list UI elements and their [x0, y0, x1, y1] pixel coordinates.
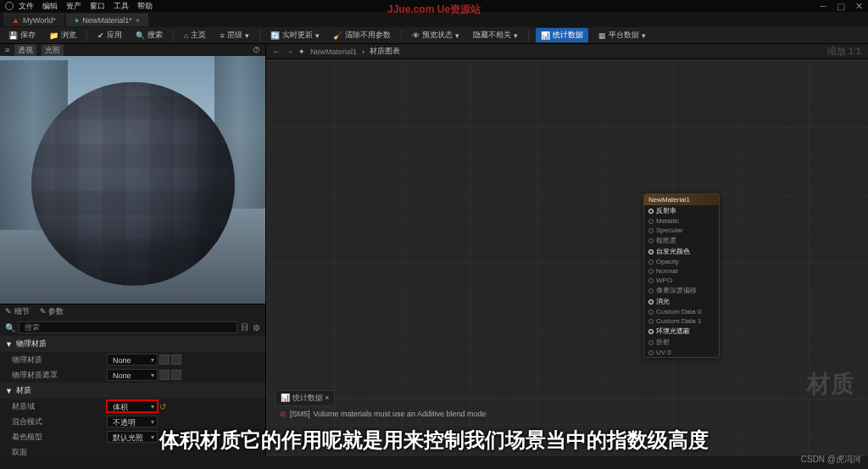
- pin-label: UV 0: [656, 349, 671, 356]
- browse-icon[interactable]: [159, 370, 170, 380]
- section-physical-material[interactable]: ▼ 物理材质: [0, 336, 265, 352]
- maximize-icon[interactable]: ▢: [837, 1, 845, 12]
- node-pin[interactable]: Custom Data 0: [644, 307, 719, 316]
- pin-icon: [648, 269, 654, 274]
- apply-button[interactable]: ✔ 应用: [94, 28, 125, 42]
- reset-icon[interactable]: ↺: [159, 402, 166, 411]
- crumb-root[interactable]: NewMaterial1: [310, 47, 357, 56]
- pin-icon: [648, 329, 654, 334]
- prop-label: 物理材质遮罩: [5, 370, 107, 381]
- prop-label: 物理材质: [5, 355, 107, 366]
- use-icon[interactable]: [171, 355, 181, 365]
- platform-button[interactable]: ▦ 平台数据 ▾: [595, 28, 649, 42]
- pin-icon: [648, 249, 654, 254]
- save-button[interactable]: 💾 保存: [5, 28, 39, 42]
- ue-logo-icon: [5, 2, 14, 10]
- material-output-node[interactable]: NewMaterial1 反射率MetallicSpecular粗糙度自发光颜色…: [643, 193, 720, 358]
- tab-myworld[interactable]: ▲ MyWorld*: [3, 14, 64, 26]
- node-pin[interactable]: UV 0: [644, 348, 719, 357]
- prop-label: 混合模式: [5, 416, 107, 427]
- tab-label: NewMaterial1*: [82, 16, 132, 25]
- pin-label: Custom Data 1: [656, 317, 701, 325]
- node-pin[interactable]: Specular: [644, 226, 719, 235]
- live-update-button[interactable]: 🔄 实时更新 ▾: [267, 28, 323, 42]
- prop-row: 物理材质 None: [0, 352, 265, 367]
- pin-icon: [648, 310, 654, 315]
- browse-button[interactable]: 📁 浏览: [46, 28, 80, 42]
- main-menu: 文件 编辑 资产 窗口 工具 帮助: [19, 1, 153, 12]
- filter-icon[interactable]: 目: [241, 321, 249, 333]
- graph-breadcrumb: ← → ✦ NewMaterial1 › 材质图表 缩放 1:1: [266, 44, 868, 59]
- viewport-toolbar: ≡ 透视 光照 ⏱: [0, 44, 265, 56]
- menu-help[interactable]: 帮助: [137, 1, 153, 12]
- pin-label: Normal: [656, 267, 678, 275]
- stats-title[interactable]: 📊 统计数据 ×: [275, 390, 335, 406]
- menu-file[interactable]: 文件: [19, 1, 34, 12]
- viewport-options-icon[interactable]: ≡: [5, 46, 9, 54]
- menu-tools[interactable]: 工具: [114, 1, 129, 12]
- search-button[interactable]: 🔍 搜索: [132, 28, 166, 42]
- panel-tabs: ✎ 细节 ✎ 参数: [0, 304, 265, 319]
- pin-label: 消光: [656, 297, 670, 306]
- material-preview-viewport[interactable]: [0, 56, 265, 304]
- pin-icon: [648, 260, 654, 265]
- stats-button[interactable]: 📊 统计数据: [536, 28, 588, 42]
- hide-button[interactable]: 隐藏不相关 ▾: [470, 28, 521, 42]
- lit-dropdown[interactable]: 光照: [42, 44, 64, 57]
- home-button[interactable]: ⌂ 主页: [181, 28, 209, 42]
- prop-row: 材质域 体积 ↺: [0, 399, 265, 414]
- error-icon: ⊘: [280, 410, 287, 418]
- menu-edit[interactable]: 编辑: [42, 1, 58, 12]
- node-pin[interactable]: Custom Data 1: [644, 316, 719, 326]
- minimize-icon[interactable]: ─: [820, 1, 826, 12]
- node-pin[interactable]: 自发光颜色: [644, 246, 719, 257]
- pin-icon: [648, 288, 654, 293]
- pin-label: 粗糙度: [656, 236, 676, 245]
- tab-close-icon[interactable]: ×: [136, 16, 140, 25]
- node-pin[interactable]: Normal: [644, 266, 719, 276]
- pin-label: 反射率: [656, 206, 676, 215]
- menu-asset[interactable]: 资产: [66, 1, 81, 12]
- close-icon[interactable]: ✕: [855, 1, 863, 12]
- node-pin[interactable]: 粗糙度: [644, 235, 719, 246]
- node-pin[interactable]: Opacity: [644, 257, 719, 266]
- section-material[interactable]: ▼ 材质: [0, 382, 265, 399]
- tab-details[interactable]: ✎ 细节: [5, 306, 30, 317]
- level-icon: ▲: [12, 16, 19, 25]
- search-input[interactable]: [19, 321, 237, 333]
- nav-fwd-icon[interactable]: →: [286, 47, 293, 56]
- stats-message: ⊘ [SM5] Volume materials must use an Add…: [275, 406, 860, 422]
- node-pin[interactable]: 环境光遮蔽: [644, 326, 719, 337]
- pin-label: 像素深度偏移: [656, 286, 697, 295]
- physmat-dropdown[interactable]: None: [107, 354, 158, 366]
- node-pin[interactable]: 折射: [644, 337, 719, 348]
- clean-button[interactable]: 🧹 清除不用参数: [330, 28, 394, 42]
- node-pin[interactable]: 消光: [644, 296, 719, 307]
- node-pin[interactable]: Metallic: [644, 216, 719, 226]
- nav-back-icon[interactable]: ←: [273, 47, 281, 56]
- hierarchy-button[interactable]: ≡ 层级 ▾: [216, 28, 252, 42]
- physmat-mask-dropdown[interactable]: None: [107, 369, 158, 381]
- show-icon[interactable]: ⏱: [253, 46, 260, 54]
- search-row: 🔍 目 ⚙: [0, 319, 265, 336]
- crumb-leaf[interactable]: 材质图表: [370, 46, 400, 57]
- node-pin[interactable]: 像素深度偏移: [644, 285, 719, 296]
- pin-icon: [648, 319, 654, 324]
- menu-window[interactable]: 窗口: [90, 1, 105, 12]
- browse-icon[interactable]: [159, 355, 170, 365]
- node-pin[interactable]: WPO: [644, 276, 719, 285]
- use-icon[interactable]: [171, 370, 181, 380]
- perspective-dropdown[interactable]: 透视: [14, 44, 36, 57]
- settings-icon[interactable]: ⚙: [253, 323, 260, 332]
- pin-icon: [648, 238, 654, 243]
- preview-button[interactable]: 👁 预览状态 ▾: [409, 28, 463, 42]
- blend-mode-dropdown[interactable]: 不透明: [107, 416, 158, 427]
- node-pin[interactable]: 反射率: [644, 205, 719, 216]
- pin-icon: [648, 299, 654, 304]
- pin-label: 自发光颜色: [656, 247, 690, 256]
- main-toolbar: 💾 保存 📁 浏览 ✔ 应用 🔍 搜索 ⌂ 主页 ≡ 层级 ▾ 🔄 实时更新 ▾…: [0, 27, 868, 44]
- window-buttons: ─ ▢ ✕: [820, 1, 863, 12]
- tab-params[interactable]: ✎ 参数: [40, 306, 64, 317]
- material-domain-dropdown[interactable]: 体积: [107, 400, 158, 412]
- tab-newmaterial[interactable]: ● NewMaterial1* ×: [66, 14, 148, 26]
